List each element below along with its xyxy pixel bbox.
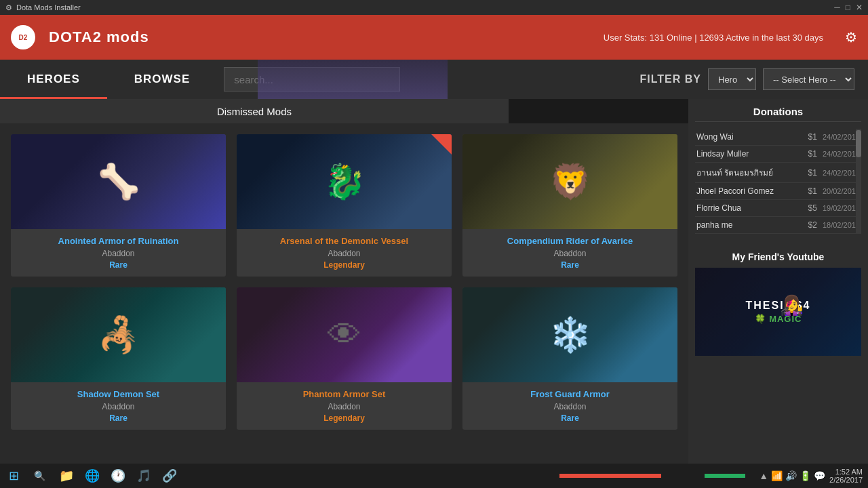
sidebar: Donations Wong Wai $1 24/02/2017 Lindsay…	[688, 99, 868, 464]
minimize-button[interactable]: ─	[834, 3, 840, 12]
main-section: Dismissed Mods 🦴 Anointed Armor of Ruina…	[0, 99, 688, 464]
donation-date: 24/02/2017	[823, 150, 860, 158]
donation-amount: $2	[808, 220, 817, 230]
donation-name: อานนท์ รัตนอมรภิรมย์	[696, 166, 803, 179]
scrollbar-thumb[interactable]	[856, 130, 861, 157]
mods-grid: 🦴 Anointed Armor of Ruination Abaddon Ra…	[11, 134, 677, 430]
donation-item: Lindsay Muller $1 24/02/2017	[695, 146, 861, 163]
title-bar-title: Dota Mods Installer	[16, 3, 81, 12]
donation-name: panha me	[696, 220, 803, 230]
donation-item: Wong Wai $1 24/02/2017	[695, 129, 861, 146]
nav-browse-label: BROWSE	[134, 73, 191, 86]
taskbar-clock: 1:52 AM	[829, 468, 863, 476]
nav-bar: HEROES BROWSE FILTER BY Hero -- Select H…	[0, 60, 868, 99]
taskbar-app-link[interactable]: 🔗	[157, 464, 182, 488]
settings-icon[interactable]: ⚙	[845, 29, 857, 45]
app-icon: ⚙	[5, 3, 12, 12]
donation-amount: $1	[808, 149, 817, 159]
youtube-thumb-text: THESIMS4 🍀 MAGIC 👩‍🎤	[745, 298, 810, 326]
donation-date: 20/02/2017	[823, 187, 860, 195]
mod-rarity: Legendary	[243, 413, 445, 423]
mod-rarity: Rare	[18, 413, 219, 423]
app-logo: D2	[11, 25, 35, 49]
taskbar: ⊞ 🔍 📁 🌐 🕐 🎵 🔗 ▲ 📶 🔊 🔋 💬 1:52 AM 2/26/201…	[0, 464, 868, 488]
mod-card[interactable]: 🦁 Compendium Rider of Avarice Abaddon Ra…	[462, 134, 677, 277]
mod-hero: Abaddon	[18, 249, 219, 258]
title-bar: ⚙ Dota Mods Installer ─ □ ✕	[0, 0, 868, 15]
mod-name: Phantom Armor Set	[243, 389, 445, 399]
donation-amount: $1	[808, 186, 817, 196]
user-stats: User Stats: 131 Online | 12693 Active in…	[604, 33, 823, 43]
nav-heroes-label: HEROES	[27, 73, 80, 86]
dismissed-mods-label: Dismissed Mods	[217, 106, 292, 117]
taskbar-app-explorer[interactable]: 📁	[54, 464, 79, 488]
donations-section: Donations Wong Wai $1 24/02/2017 Lindsay…	[688, 99, 868, 241]
mod-card[interactable]: 🐉 Arsenal of the Demonic Vessel Abaddon …	[237, 134, 452, 277]
mod-name: Anointed Armor of Ruination	[18, 236, 219, 246]
nav-browse[interactable]: BROWSE	[107, 60, 218, 99]
donation-date: 24/02/2017	[823, 169, 860, 177]
donation-item: Florrie Chua $5 19/02/2017	[695, 200, 861, 217]
mods-grid-section: 🦴 Anointed Armor of Ruination Abaddon Ra…	[0, 123, 688, 464]
taskbar-app-clock[interactable]: 🕐	[106, 464, 130, 488]
taskbar-right: ▲ 📶 🔊 🔋 💬 1:52 AM 2/26/2017	[753, 468, 868, 484]
donation-item: Jhoel Paccori Gomez $1 20/02/2017	[695, 183, 861, 200]
donation-amount: $1	[808, 132, 817, 142]
mod-rarity: Rare	[469, 413, 671, 423]
start-button[interactable]: ⊞	[0, 464, 27, 488]
donation-name: Lindsay Muller	[696, 149, 803, 159]
mod-card[interactable]: 🦴 Anointed Armor of Ruination Abaddon Ra…	[11, 134, 226, 277]
donation-date: 19/02/2017	[823, 204, 860, 212]
nav-hero-image	[258, 60, 448, 99]
mod-name: Arsenal of the Demonic Vessel	[243, 236, 445, 246]
battery-icon[interactable]: 🔋	[800, 470, 811, 481]
mod-name: Shadow Demon Set	[18, 389, 219, 399]
sound-icon[interactable]: 🔊	[785, 470, 797, 481]
taskbar-app-media[interactable]: 🎵	[132, 464, 156, 488]
mod-card[interactable]: 🦂 Shadow Demon Set Abaddon Rare	[11, 287, 226, 430]
taskbar-search-button[interactable]: 🔍	[27, 464, 52, 488]
dismissed-mods-bar[interactable]: Dismissed Mods	[0, 99, 509, 123]
wifi-icon[interactable]: 📶	[771, 470, 783, 481]
mod-hero: Abaddon	[243, 402, 445, 411]
mod-name: Compendium Rider of Avarice	[469, 236, 671, 246]
donations-list: Wong Wai $1 24/02/2017 Lindsay Muller $1…	[695, 129, 861, 234]
scrollbar-track[interactable]	[856, 129, 861, 234]
donation-item: panha me $2 18/02/2017	[695, 217, 861, 234]
youtube-title: My Friend's Youtube	[695, 251, 861, 262]
taskbar-app-chrome[interactable]: 🌐	[80, 464, 104, 488]
taskbar-progress-green	[705, 474, 745, 478]
mod-rarity: Rare	[18, 260, 219, 270]
mod-card[interactable]: ❄️ Frost Guard Armor Abaddon Rare	[462, 287, 677, 430]
taskbar-system-icons: ▲ 📶 🔊 🔋 💬	[759, 470, 825, 481]
mod-hero: Abaddon	[243, 249, 445, 258]
taskbar-time: 1:52 AM 2/26/2017	[829, 468, 863, 484]
youtube-thumbnail[interactable]: THESIMS4 🍀 MAGIC 👩‍🎤	[695, 268, 861, 356]
donation-name: Florrie Chua	[696, 203, 803, 213]
youtube-section: My Friend's Youtube THESIMS4 🍀 MAGIC 👩‍🎤	[688, 245, 868, 363]
donation-name: Wong Wai	[696, 132, 803, 142]
donation-amount: $5	[808, 203, 817, 213]
filter-hero-select[interactable]: -- Select Hero --	[763, 68, 854, 90]
filter-area: FILTER BY Hero -- Select Hero --	[627, 60, 868, 99]
filter-type-select[interactable]: Hero	[708, 68, 756, 90]
taskbar-progress-red	[559, 474, 695, 478]
title-bar-controls[interactable]: ─ □ ✕	[834, 3, 863, 12]
mod-card[interactable]: 👁 Phantom Armor Set Abaddon Legendary	[237, 287, 452, 430]
close-button[interactable]: ✕	[856, 3, 863, 12]
filter-label: FILTER BY	[640, 73, 701, 85]
taskbar-date: 2/26/2017	[829, 476, 863, 484]
donation-name: Jhoel Paccori Gomez	[696, 186, 803, 196]
nav-heroes[interactable]: HEROES	[0, 60, 107, 99]
donation-date: 18/02/2017	[823, 221, 860, 229]
donations-title: Donations	[695, 106, 861, 122]
maximize-button[interactable]: □	[846, 3, 850, 12]
mod-hero: Abaddon	[469, 249, 671, 258]
mod-rarity: Legendary	[243, 260, 445, 270]
network-icon[interactable]: ▲	[759, 470, 768, 481]
taskbar-apps: 📁 🌐 🕐 🎵 🔗	[52, 464, 184, 488]
app-header: D2 DOTA2 mods User Stats: 131 Online | 1…	[0, 15, 868, 60]
mod-name: Frost Guard Armor	[469, 389, 671, 399]
message-icon[interactable]: 💬	[814, 470, 825, 481]
mod-hero: Abaddon	[469, 402, 671, 411]
